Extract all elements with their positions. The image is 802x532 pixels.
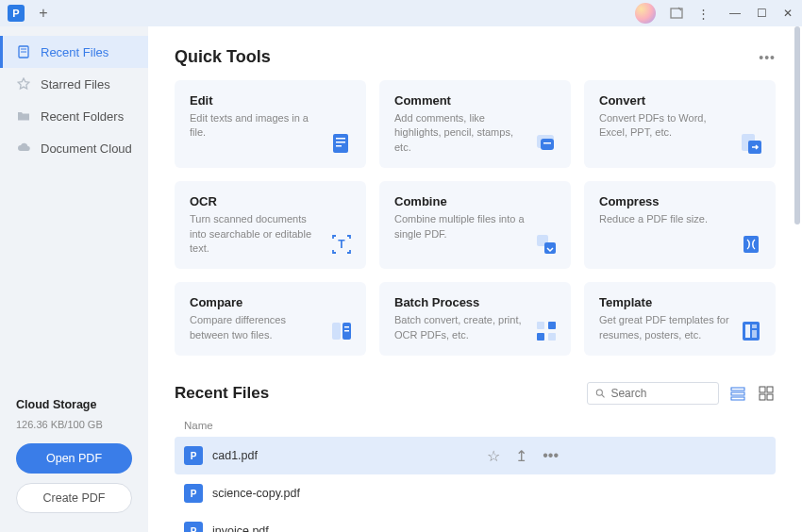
new-tab-button[interactable]: + [36,6,51,21]
card-convert[interactable]: Convert Convert PDFs to Word, Excel, PPT… [584,80,776,168]
card-comment[interactable]: Comment Add comments, like highlights, p… [379,80,571,168]
svg-rect-20 [344,330,349,332]
compress-icon [738,231,764,258]
svg-rect-32 [731,392,744,395]
nav-label: Document Cloud [41,141,132,156]
storage-title: Cloud Storage [0,398,148,415]
search-box[interactable] [587,382,719,405]
compare-icon [328,318,355,344]
convert-icon [738,130,764,157]
card-combine[interactable]: Combine Combine multiple files into a si… [379,181,571,269]
template-icon [738,318,764,344]
upload-file-button[interactable]: ↥ [515,447,527,465]
card-edit[interactable]: Edit Edit texts and images in a file. [175,80,366,168]
quick-tools-title: Quick Tools [175,47,271,67]
menu-icon[interactable]: ⋮ [697,7,710,21]
quick-tools-grid: Edit Edit texts and images in a file. Co… [175,80,776,356]
card-ocr[interactable]: OCR Turn scanned documents into searchab… [175,181,366,269]
file-row[interactable]: P invoice.pdf [175,512,776,532]
sidebar-item-starred-files[interactable]: Starred Files [0,68,148,100]
svg-rect-16 [744,236,759,253]
document-icon [16,44,31,59]
create-pdf-button[interactable]: Create PDF [16,483,132,513]
svg-point-29 [596,390,602,395]
storage-usage: 126.36 KB/100 GB [0,415,148,443]
svg-rect-17 [332,323,341,340]
svg-rect-31 [731,388,744,391]
svg-rect-36 [760,394,765,400]
svg-line-30 [602,395,605,398]
search-input[interactable] [610,387,710,400]
svg-rect-6 [336,141,345,143]
scrollbar[interactable] [794,26,800,224]
file-name: cad1.pdf [212,449,477,462]
svg-rect-4 [333,134,348,153]
card-compress[interactable]: Compress Reduce a PDF file size. [584,181,776,269]
maximize-button[interactable]: ☐ [755,7,768,20]
user-avatar[interactable] [635,3,656,24]
svg-rect-27 [752,324,757,328]
recent-files-title: Recent Files [175,384,577,403]
svg-rect-21 [537,322,544,329]
svg-rect-15 [544,242,556,254]
svg-rect-37 [767,394,773,400]
pdf-icon: P [184,522,203,532]
star-file-button[interactable]: ☆ [487,447,500,465]
card-compare[interactable]: Compare Compare differences between two … [175,282,366,356]
svg-rect-10 [543,142,551,144]
grid-view-button[interactable] [757,384,776,403]
app-logo: P [8,5,25,22]
file-name: science-copy.pdf [212,487,766,500]
list-view-button[interactable] [728,384,747,403]
titlebar: P + ⋮ — ☐ ✕ [0,0,802,26]
nav-label: Recent Folders [41,109,124,124]
svg-rect-5 [336,138,345,140]
svg-rect-25 [743,322,760,341]
svg-rect-7 [336,145,342,147]
minimize-button[interactable]: — [728,7,742,20]
svg-rect-34 [760,387,765,392]
svg-rect-19 [344,326,349,328]
card-batch[interactable]: Batch Process Batch convert, create, pri… [379,282,571,356]
svg-rect-33 [731,397,744,400]
batch-icon [533,318,560,344]
svg-rect-22 [548,322,556,329]
main-content: Quick Tools ••• Edit Edit texts and imag… [148,26,802,532]
nav-label: Starred Files [41,77,110,91]
open-pdf-button[interactable]: Open PDF [16,443,132,474]
svg-rect-9 [541,139,554,150]
nav-label: Recent Files [41,45,109,59]
file-row[interactable]: P science-copy.pdf [175,474,776,512]
search-icon [595,388,605,399]
edit-icon [328,130,355,157]
svg-rect-35 [767,387,773,392]
combine-icon [533,231,560,258]
folder-icon [16,108,31,124]
card-template[interactable]: Template Get great PDF templates for res… [584,282,776,356]
close-button[interactable]: ✕ [781,7,794,20]
sidebar-item-recent-folders[interactable]: Recent Folders [0,100,148,132]
svg-rect-28 [752,330,757,338]
file-list-header-name: Name [175,414,776,437]
share-icon[interactable] [669,6,684,21]
file-more-button[interactable]: ••• [543,447,559,465]
pdf-icon: P [184,484,203,503]
file-row[interactable]: P cad1.pdf ☆ ↥ ••• [175,437,776,474]
ocr-icon: T [328,231,355,258]
file-name: invoice.pdf [212,524,766,532]
pdf-icon: P [184,446,203,465]
quick-tools-more[interactable]: ••• [759,50,776,65]
sidebar: Recent Files Starred Files Recent Folder… [0,26,148,532]
svg-rect-24 [548,333,556,341]
svg-rect-23 [537,333,544,341]
comment-icon [533,130,560,157]
star-icon [16,76,31,91]
sidebar-item-document-cloud[interactable]: Document Cloud [0,132,148,164]
svg-text:T: T [338,238,345,251]
svg-rect-26 [745,324,750,338]
sidebar-item-recent-files[interactable]: Recent Files [0,36,148,68]
cloud-icon [16,141,31,156]
